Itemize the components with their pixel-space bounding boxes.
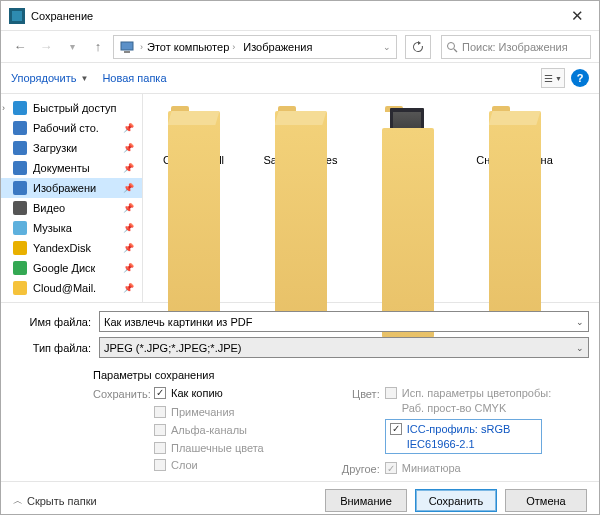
pin-icon: 📌	[123, 283, 138, 293]
notes-checkbox	[154, 406, 166, 418]
folder-icon	[13, 281, 27, 295]
spot-checkbox	[154, 442, 166, 454]
app-icon	[9, 8, 25, 24]
sidebar-item-5[interactable]: Видео📌	[1, 198, 142, 218]
save-mode-label: Сохранить:	[93, 386, 149, 402]
svg-rect-1	[124, 51, 130, 53]
svg-rect-0	[121, 42, 133, 50]
layers-checkbox	[154, 459, 166, 471]
pc-icon	[118, 38, 136, 56]
folder-icon	[13, 101, 27, 115]
form-area: Имя файла: Как извлечь картинки из PDF ⌄…	[1, 303, 599, 367]
sidebar-item-8[interactable]: Google Диск📌	[1, 258, 142, 278]
sidebar-item-6[interactable]: Музыка📌	[1, 218, 142, 238]
sidebar-item-7[interactable]: YandexDisk📌	[1, 238, 142, 258]
folder-icon	[13, 201, 27, 215]
folder-icon	[13, 121, 27, 135]
folder-item[interactable]: Обои	[365, 106, 450, 167]
pin-icon: 📌	[123, 243, 138, 253]
folder-icon	[168, 106, 220, 148]
svg-line-3	[454, 49, 457, 52]
chevron-up-icon: ︿	[13, 494, 23, 508]
sidebar-item-0[interactable]: ›Быстрый доступ	[1, 98, 142, 118]
proof-checkbox	[385, 387, 397, 399]
toolbar: Упорядочить▼ Новая папка ☰ ▼ ?	[1, 63, 599, 93]
pin-icon: 📌	[123, 223, 138, 233]
filetype-label: Тип файла:	[11, 342, 99, 354]
svg-point-2	[448, 42, 455, 49]
folder-item[interactable]: Снимки экрана	[472, 106, 557, 167]
folder-icon	[13, 181, 27, 195]
pin-icon: 📌	[123, 123, 138, 133]
folder-icon	[382, 106, 434, 148]
folder-item[interactable]: Saved Pictures	[258, 106, 343, 167]
folder-icon	[13, 261, 27, 275]
title-bar: Сохранение ✕	[1, 1, 599, 31]
folder-icon	[13, 161, 27, 175]
pin-icon: 📌	[123, 163, 138, 173]
folder-item[interactable]: Camera Roll	[151, 106, 236, 167]
close-button[interactable]: ✕	[555, 1, 599, 31]
params-header: Параметры сохранения	[93, 369, 264, 381]
path-root[interactable]: Этот компьютер›	[143, 36, 239, 58]
pin-icon: 📌	[123, 143, 138, 153]
save-button[interactable]: Сохранить	[415, 489, 497, 512]
footer: ︿ Скрыть папки Внимание Сохранить Отмена	[1, 481, 599, 515]
filename-input[interactable]: Как извлечь картинки из PDF ⌄	[99, 311, 589, 332]
sidebar-item-9[interactable]: Cloud@Mail.📌	[1, 278, 142, 298]
organize-menu[interactable]: Упорядочить▼	[11, 72, 88, 84]
sidebar-item-1[interactable]: Рабочий сто.📌	[1, 118, 142, 138]
sidebar: ›Быстрый доступРабочий сто.📌Загрузки📌Док…	[1, 94, 143, 302]
path-dropdown[interactable]: ⌄	[378, 42, 396, 52]
cancel-button[interactable]: Отмена	[505, 489, 587, 512]
hide-folders-toggle[interactable]: ︿ Скрыть папки	[13, 494, 97, 508]
ascopy-checkbox[interactable]	[154, 387, 166, 399]
up-button[interactable]: ↑	[87, 36, 109, 58]
view-mode-button[interactable]: ☰ ▼	[541, 68, 565, 88]
back-button[interactable]: ←	[9, 36, 31, 58]
chevron-down-icon[interactable]: ⌄	[576, 317, 584, 327]
recent-dropdown[interactable]: ▾	[61, 36, 83, 58]
pin-icon: 📌	[123, 263, 138, 273]
icc-checkbox[interactable]	[390, 423, 402, 435]
filetype-select[interactable]: JPEG (*.JPG;*.JPEG;*.JPE) ⌄	[99, 337, 589, 358]
icc-profile-option[interactable]: ICC-профиль: sRGB IEC61966-2.1	[385, 419, 542, 455]
search-icon	[446, 41, 458, 53]
pin-icon: 📌	[123, 183, 138, 193]
sidebar-item-4[interactable]: Изображени📌	[1, 178, 142, 198]
pin-icon: 📌	[123, 203, 138, 213]
nav-bar: ← → ▾ ↑ › Этот компьютер› Изображения ⌄ …	[1, 31, 599, 63]
forward-button[interactable]: →	[35, 36, 57, 58]
path-current[interactable]: Изображения	[239, 36, 316, 58]
filename-label: Имя файла:	[11, 316, 99, 328]
folder-icon	[275, 106, 327, 148]
alpha-checkbox	[154, 424, 166, 436]
address-bar[interactable]: › Этот компьютер› Изображения ⌄	[113, 35, 397, 59]
folder-view[interactable]: Camera RollSaved PicturesОбоиСнимки экра…	[143, 94, 599, 302]
thumbnail-checkbox	[385, 462, 397, 474]
refresh-button[interactable]	[405, 35, 431, 59]
folder-icon	[13, 141, 27, 155]
color-label: Цвет:	[324, 386, 380, 402]
sidebar-item-2[interactable]: Загрузки📌	[1, 138, 142, 158]
attention-button[interactable]: Внимание	[325, 489, 407, 512]
folder-icon	[13, 221, 27, 235]
folder-icon	[13, 241, 27, 255]
folder-icon	[489, 106, 541, 148]
save-params: Параметры сохранения Сохранить: Как копи…	[1, 367, 599, 481]
window-title: Сохранение	[31, 10, 93, 22]
other-label: Другое:	[324, 461, 380, 477]
chevron-down-icon[interactable]: ⌄	[576, 343, 584, 353]
search-input[interactable]: Поиск: Изображения	[441, 35, 591, 59]
sidebar-item-3[interactable]: Документы📌	[1, 158, 142, 178]
dialog-body: ›Быстрый доступРабочий сто.📌Загрузки📌Док…	[1, 93, 599, 303]
new-folder-button[interactable]: Новая папка	[102, 72, 166, 84]
help-button[interactable]: ?	[571, 69, 589, 87]
